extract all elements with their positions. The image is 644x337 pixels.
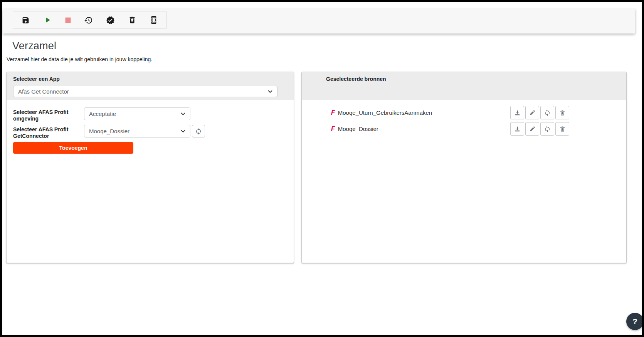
source-row: F Mooqe_Dossier — [331, 122, 569, 136]
trash-icon — [559, 126, 566, 132]
help-button[interactable]: ? — [626, 313, 644, 330]
source-row-actions — [510, 122, 569, 136]
pencil-icon — [529, 126, 536, 132]
clear-button[interactable] — [128, 12, 136, 28]
app-select-value: Afas Get Connector — [18, 88, 69, 95]
app-selection-panel: Selecteer een App Afas Get Connector Sel… — [6, 72, 294, 263]
omgeving-select[interactable]: Acceptatie — [84, 107, 190, 120]
refresh-icon — [195, 128, 202, 135]
code-button[interactable] — [150, 12, 158, 28]
verified-badge-icon — [106, 16, 115, 25]
sources-panel-header: Geselecteerde bronnen — [302, 72, 626, 100]
stop-icon — [65, 17, 71, 23]
getconnector-select[interactable]: Mooqe_Dossier — [84, 125, 190, 137]
history-button[interactable] — [84, 12, 93, 28]
save-button[interactable] — [22, 12, 30, 28]
run-button[interactable] — [43, 12, 52, 28]
pencil-icon — [529, 109, 536, 116]
delete-source-button[interactable] — [555, 106, 569, 119]
chevron-down-icon — [268, 90, 272, 93]
refresh-source-button[interactable] — [540, 122, 554, 136]
chevron-down-icon — [181, 130, 185, 133]
edit-source-button[interactable] — [525, 122, 539, 136]
add-source-button[interactable]: Toevoegen — [13, 142, 133, 154]
afas-logo-icon: F — [331, 126, 335, 132]
source-name-label: Mooqe_Dossier — [338, 126, 378, 132]
developer-code-icon — [150, 16, 158, 24]
omgeving-label: Selecteer AFAS Profit omgeving — [13, 109, 82, 122]
afas-logo-icon: F — [331, 109, 335, 116]
restore-from-trash-icon — [128, 16, 136, 24]
getconnector-label: Selecteer AFAS Profit GetConnector — [13, 126, 82, 139]
refresh-source-button[interactable] — [540, 106, 554, 119]
app-select[interactable]: Afas Get Connector — [13, 86, 277, 97]
page-subtitle: Verzamel hier de data die je wilt gebrui… — [7, 56, 152, 62]
toolbar-button-group — [13, 12, 167, 29]
stop-button[interactable] — [65, 12, 71, 28]
delete-source-button[interactable] — [555, 122, 569, 136]
download-icon — [514, 126, 521, 132]
play-icon — [43, 15, 52, 25]
selected-sources-panel: Geselecteerde bronnen F Mooqe_Uturn_Gebr… — [301, 72, 627, 263]
source-name: F Mooqe_Dossier — [331, 126, 378, 132]
chevron-down-icon — [181, 112, 185, 116]
app-panel-header-label: Selecteer een App — [13, 76, 287, 82]
source-name: F Mooqe_Uturn_GebruikersAanmaken — [331, 109, 432, 116]
validate-button[interactable] — [106, 12, 115, 28]
history-icon — [84, 16, 93, 25]
sources-panel-header-label: Geselecteerde bronnen — [326, 76, 620, 82]
download-source-button[interactable] — [510, 106, 524, 119]
source-row: F Mooqe_Uturn_GebruikersAanmaken — [331, 106, 569, 119]
trash-icon — [559, 109, 566, 116]
source-name-label: Mooqe_Uturn_GebruikersAanmaken — [338, 109, 432, 116]
getconnector-select-value: Mooqe_Dossier — [89, 128, 129, 134]
omgeving-select-value: Acceptatie — [89, 111, 116, 117]
app-window: Verzamel Verzamel hier de data die je wi… — [0, 0, 644, 337]
download-icon — [514, 109, 521, 116]
page-title: Verzamel — [12, 40, 56, 52]
download-source-button[interactable] — [510, 122, 524, 136]
save-icon — [22, 16, 30, 24]
edit-source-button[interactable] — [525, 106, 539, 119]
refresh-icon — [544, 109, 551, 116]
refresh-getconnectors-button[interactable] — [192, 125, 205, 137]
toolbar — [3, 8, 635, 34]
refresh-icon — [544, 126, 551, 132]
source-row-actions — [510, 106, 569, 119]
